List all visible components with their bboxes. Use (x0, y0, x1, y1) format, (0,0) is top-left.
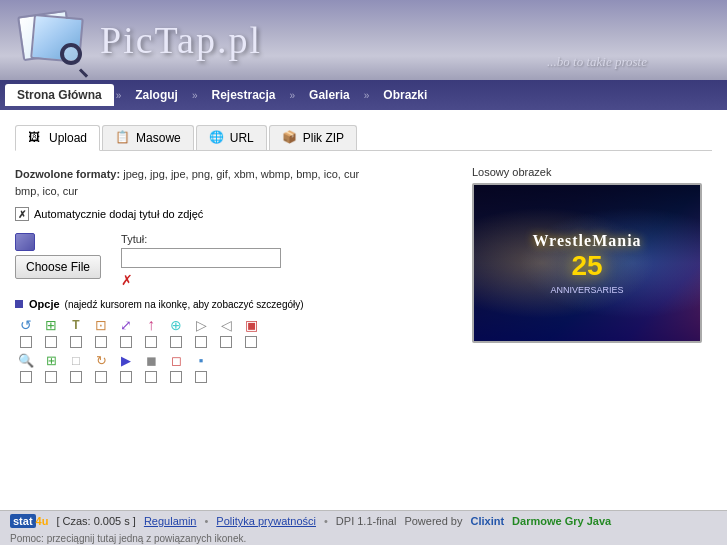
options-row-2: 🔍 ⊞ □ ↻ ▶ (15, 351, 315, 383)
powered-by: Powered by (404, 515, 462, 527)
play2-icon[interactable]: ▶ (115, 351, 137, 369)
image-text: WrestleMania 25 ANNIVERSARIES (532, 232, 641, 295)
search-icon[interactable]: 🔍 (15, 351, 37, 369)
sq-icon[interactable]: ◻ (165, 351, 187, 369)
blank-icon[interactable]: □ (65, 351, 87, 369)
file-icon (15, 233, 35, 251)
color-icon[interactable]: ⊕ (165, 316, 187, 334)
option-border: ▣ (240, 316, 262, 348)
auto-title-checkbox[interactable]: ✗ (15, 207, 29, 221)
refresh-checkbox[interactable] (95, 371, 107, 383)
options-subheader: (najedź kursorem na ikonkę, aby zobaczyć… (65, 299, 304, 310)
option-resize: ⊡ (90, 316, 112, 348)
nav-item-strona[interactable]: Strona Główna (5, 84, 114, 106)
right-panel: Losowy obrazek WrestleMania 25 ANNIVERSA… (472, 166, 712, 383)
random-image: WrestleMania 25 ANNIVERSARIES (472, 183, 702, 343)
border-icon[interactable]: ▣ (240, 316, 262, 334)
back-icon[interactable]: ◁ (215, 316, 237, 334)
option-grid: ⊞ (40, 351, 62, 383)
resize-checkbox[interactable] (95, 336, 107, 348)
main-content: 🖼 Upload 📋 Masowe 🌐 URL 📦 Plik ZIP Dozwo… (0, 110, 727, 510)
move-icon[interactable]: ⤢ (115, 316, 137, 334)
logo-area: PicTap.pl (20, 8, 262, 73)
delete-icon[interactable]: ✗ (121, 272, 281, 288)
tab-upload[interactable]: 🖼 Upload (15, 125, 100, 151)
nav-item-rejestracja[interactable]: Rejestracja (199, 84, 287, 106)
left-panel: Dozwolone formaty: jpeg, jpg, jpe, png, … (15, 166, 452, 383)
footer-bottom: Pomoc: przeciągnij tutaj jedną z powiąza… (0, 531, 727, 545)
sq-checkbox[interactable] (170, 371, 182, 383)
options-row-1: ↺ ⊞ T ⊡ ⤢ (15, 316, 315, 348)
search-checkbox[interactable] (20, 371, 32, 383)
wrestle-25: 25 (532, 250, 641, 282)
option-refresh: ↻ (90, 351, 112, 383)
clixint-link[interactable]: Clixint (470, 515, 504, 527)
rotate-icon[interactable]: ↺ (15, 316, 37, 334)
color-checkbox[interactable] (170, 336, 182, 348)
magnifier-icon (60, 43, 90, 73)
text-icon[interactable]: T (65, 316, 87, 334)
tab-masowe[interactable]: 📋 Masowe (102, 125, 194, 150)
option-crop: ⊞ (40, 316, 62, 348)
last-icon[interactable]: ▪ (190, 351, 212, 369)
rotate-checkbox[interactable] (20, 336, 32, 348)
play2-checkbox[interactable] (120, 371, 132, 383)
blank-checkbox[interactable] (70, 371, 82, 383)
last-checkbox[interactable] (195, 371, 207, 383)
crop-checkbox[interactable] (45, 336, 57, 348)
option-last: ▪ (190, 351, 212, 383)
polityka-link[interactable]: Polityka prywatności (216, 515, 316, 527)
nav-item-galeria[interactable]: Galeria (297, 84, 362, 106)
up-arrow-icon[interactable]: ↑ (140, 316, 162, 334)
up-checkbox[interactable] (145, 336, 157, 348)
crop-icon[interactable]: ⊞ (40, 316, 62, 334)
option-play: ▷ (190, 316, 212, 348)
refresh-icon[interactable]: ↻ (90, 351, 112, 369)
tab-zip[interactable]: 📦 Plik ZIP (269, 125, 357, 150)
darmowe-link[interactable]: Darmowe Gry Java (512, 515, 611, 527)
options-square-icon (15, 300, 23, 308)
move-checkbox[interactable] (120, 336, 132, 348)
vol-icon[interactable]: ◼ (140, 351, 162, 369)
masowe-icon: 📋 (115, 130, 131, 146)
option-text: T (65, 316, 87, 348)
site-title: PicTap.pl (100, 18, 262, 62)
grid-icon[interactable]: ⊞ (40, 351, 62, 369)
option-blank: □ (65, 351, 87, 383)
option-color: ⊕ (165, 316, 187, 348)
resize-icon[interactable]: ⊡ (90, 316, 112, 334)
option-search: 🔍 (15, 351, 37, 383)
title-input[interactable] (121, 248, 281, 268)
time-label: [ Czas: 0.005 s ] (56, 515, 135, 527)
back-checkbox[interactable] (220, 336, 232, 348)
grid-checkbox[interactable] (45, 371, 57, 383)
footer: stat4u [ Czas: 0.005 s ] Regulamin • Pol… (0, 510, 727, 531)
option-sq: ◻ (165, 351, 187, 383)
stat-4u-label: 4u (36, 515, 49, 527)
nav-sep-3: » (288, 90, 298, 101)
play-icon[interactable]: ▷ (190, 316, 212, 334)
vol-checkbox[interactable] (145, 371, 157, 383)
nav-item-zaloguj[interactable]: Zaloguj (123, 84, 190, 106)
text-checkbox[interactable] (70, 336, 82, 348)
tab-url[interactable]: 🌐 URL (196, 125, 267, 150)
option-rotate: ↺ (15, 316, 37, 348)
nav-sep-2: » (190, 90, 200, 101)
site-subtitle: ...bo to takie proste (547, 54, 647, 70)
option-back: ◁ (215, 316, 237, 348)
play-checkbox[interactable] (195, 336, 207, 348)
choose-file-button[interactable]: Choose File (15, 255, 101, 279)
navbar: Strona Główna » Zaloguj » Rejestracja » … (0, 80, 727, 110)
title-label: Tytuł: (121, 233, 281, 245)
stat-label: stat (10, 514, 36, 528)
allowed-formats-text: Dozwolone formaty: jpeg, jpg, jpe, png, … (15, 166, 452, 199)
footer-note: Pomoc: przeciągnij tutaj jedną z powiąza… (10, 533, 246, 544)
logo-images (20, 8, 90, 73)
wrestle-subtitle: ANNIVERSARIES (532, 285, 641, 295)
nav-item-obrazki[interactable]: Obrazki (371, 84, 439, 106)
regulamin-link[interactable]: Regulamin (144, 515, 197, 527)
stat-badge: stat4u (10, 515, 48, 527)
border-checkbox[interactable] (245, 336, 257, 348)
header: PicTap.pl ...bo to takie proste (0, 0, 727, 80)
file-section: Choose File (15, 233, 101, 279)
